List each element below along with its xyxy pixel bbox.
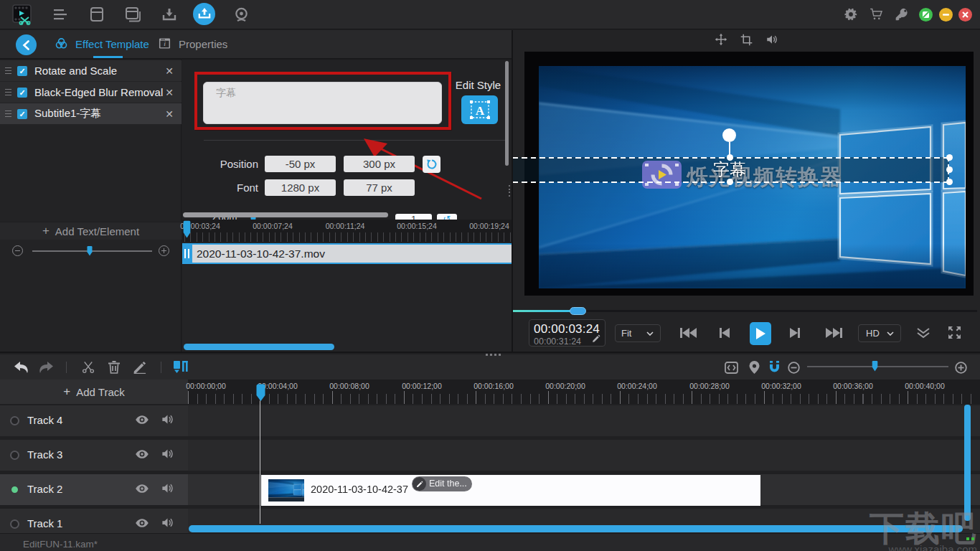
- position-y-field[interactable]: 300 px: [344, 156, 415, 172]
- edit-pencil-icon[interactable]: [131, 358, 149, 377]
- timeline-playhead[interactable]: [255, 384, 267, 402]
- checkbox-checked[interactable]: ✓: [17, 88, 27, 98]
- track-indicator[interactable]: [10, 416, 19, 425]
- media-library-icon[interactable]: [85, 3, 108, 26]
- resize-handle-bottom[interactable]: [727, 179, 733, 185]
- settings-gear-icon[interactable]: [839, 3, 862, 26]
- preview-seek-bar[interactable]: [513, 310, 977, 312]
- speaker-icon[interactable]: [161, 413, 174, 426]
- add-track-button[interactable]: + Add Track: [0, 380, 188, 404]
- font-height-field[interactable]: 77 px: [344, 179, 415, 196]
- trash-icon[interactable]: [105, 358, 123, 377]
- add-text-element-button[interactable]: + Add Text/Element: [0, 222, 182, 240]
- cut-icon[interactable]: [79, 358, 98, 377]
- skip-to-start-button[interactable]: [680, 326, 697, 342]
- step-forward-button[interactable]: [790, 326, 800, 342]
- upload-icon[interactable]: [193, 3, 215, 25]
- speaker-icon[interactable]: [161, 447, 174, 461]
- clip-trim-handle[interactable]: [182, 245, 192, 263]
- track-header-3[interactable]: Track 3: [0, 440, 188, 471]
- speaker-icon[interactable]: [161, 516, 174, 529]
- zoom-in-icon[interactable]: [951, 358, 970, 377]
- marker-pin-icon[interactable]: [745, 358, 763, 377]
- timeline-zoom-slider-handle[interactable]: [871, 361, 879, 372]
- key-icon[interactable]: [890, 3, 913, 26]
- keyframe-icon[interactable]: [722, 358, 740, 377]
- edit-tooltip[interactable]: Edit the...: [412, 476, 472, 491]
- step-back-button[interactable]: [720, 326, 730, 342]
- mini-timeline-ruler[interactable]: 00:00:03;24 00:00:07;24 00:00:11;24 00:0…: [182, 220, 512, 242]
- zoom-slider-handle[interactable]: [86, 246, 93, 256]
- timeline-vertical-scrollbar[interactable]: [964, 405, 971, 521]
- effect-row-blur-removal[interactable]: ✓ Black-Edged Blur Removal ✕: [0, 82, 182, 103]
- webcam-icon[interactable]: [230, 3, 253, 26]
- zoom-out-icon[interactable]: [12, 245, 23, 256]
- mini-timeline-hscrollbar[interactable]: [184, 344, 334, 350]
- mini-timeline-clip[interactable]: 2020-11-03-10-42-37.mov: [182, 243, 512, 264]
- download-icon[interactable]: [158, 3, 181, 26]
- close-icon[interactable]: ✕: [165, 88, 174, 98]
- eye-icon[interactable]: [135, 447, 149, 461]
- fullscreen-button[interactable]: [948, 326, 961, 342]
- eye-icon[interactable]: [135, 413, 149, 427]
- drag-handle-icon[interactable]: [5, 67, 11, 74]
- menu-icon[interactable]: [50, 3, 72, 26]
- zoom-out-icon[interactable]: [784, 358, 803, 377]
- resize-handle-top-right[interactable]: [946, 154, 953, 161]
- eye-icon[interactable]: [135, 516, 149, 530]
- split-insert-icon[interactable]: [171, 358, 190, 377]
- font-width-field[interactable]: 1280 px: [265, 179, 336, 196]
- edit-time-pencil-icon[interactable]: [592, 334, 600, 343]
- crop-icon[interactable]: [737, 32, 755, 47]
- tab-properties[interactable]: i Properties: [159, 30, 227, 58]
- checkbox-checked[interactable]: ✓: [17, 66, 27, 76]
- drag-handle-icon[interactable]: [5, 89, 11, 95]
- back-button[interactable]: [16, 34, 37, 55]
- timeline-horizontal-scrollbar[interactable]: [189, 525, 963, 532]
- track-indicator[interactable]: [10, 519, 19, 529]
- resize-handle-bottom-right[interactable]: [946, 179, 953, 185]
- resize-handle-top[interactable]: [727, 154, 733, 161]
- close-icon[interactable]: ✕: [165, 109, 174, 119]
- vertical-scrollbar[interactable]: [505, 61, 509, 166]
- edit-style-button[interactable]: A: [461, 95, 498, 124]
- track-lane-4[interactable]: [188, 405, 980, 436]
- reset-position-button[interactable]: [423, 156, 440, 173]
- timecode-display[interactable]: 00:00:03:24 00:00:31:24: [529, 319, 606, 347]
- seek-handle[interactable]: [570, 307, 586, 315]
- track-indicator-active[interactable]: [10, 485, 19, 494]
- restore-window-button[interactable]: [919, 8, 933, 22]
- panel-resize-grip[interactable]: [509, 185, 510, 197]
- position-x-field[interactable]: -50 px: [265, 156, 336, 172]
- timeline-ruler[interactable]: 00:00:00;00 00:00:04;00 00:00:08;00 00:0…: [188, 380, 980, 404]
- checkbox-checked[interactable]: ✓: [17, 109, 27, 119]
- minimize-button[interactable]: [939, 8, 953, 22]
- drag-handle-icon[interactable]: [5, 110, 11, 117]
- cart-icon[interactable]: [864, 3, 887, 26]
- quality-dropdown[interactable]: HD: [858, 324, 901, 342]
- track-indicator[interactable]: [10, 451, 19, 460]
- zoom-reset-button[interactable]: ↺: [437, 214, 457, 220]
- effect-row-subtitle[interactable]: ✓ Subtitle1-字幕 ✕: [0, 103, 182, 124]
- track-header-2[interactable]: Track 2: [0, 474, 188, 505]
- close-button[interactable]: [958, 8, 972, 22]
- undo-icon[interactable]: [12, 358, 31, 377]
- skip-to-end-button[interactable]: [826, 326, 842, 342]
- rotation-handle[interactable]: [722, 128, 736, 142]
- resize-handle-right[interactable]: [946, 166, 953, 173]
- volume-icon[interactable]: [763, 32, 781, 47]
- track-header-4[interactable]: Track 4: [0, 405, 188, 436]
- zoom-in-icon[interactable]: [159, 245, 169, 256]
- mini-timeline-playhead[interactable]: [182, 220, 192, 239]
- subtitle-overlay-text[interactable]: 字幕: [701, 159, 758, 181]
- move-icon[interactable]: [712, 32, 730, 47]
- effect-row-rotate-scale[interactable]: ✓ Rotate and Scale ✕: [0, 60, 182, 81]
- track-lane-3[interactable]: [188, 440, 980, 471]
- play-button[interactable]: [750, 322, 771, 345]
- timeline-clip[interactable]: 2020-11-03-10-42-37 Edit the...: [261, 475, 760, 506]
- redo-icon[interactable]: [37, 358, 55, 377]
- section-resize-grip[interactable]: [486, 354, 501, 356]
- media-stack-icon[interactable]: [122, 3, 145, 26]
- magnet-icon[interactable]: [765, 358, 783, 377]
- fit-dropdown[interactable]: Fit: [615, 324, 661, 342]
